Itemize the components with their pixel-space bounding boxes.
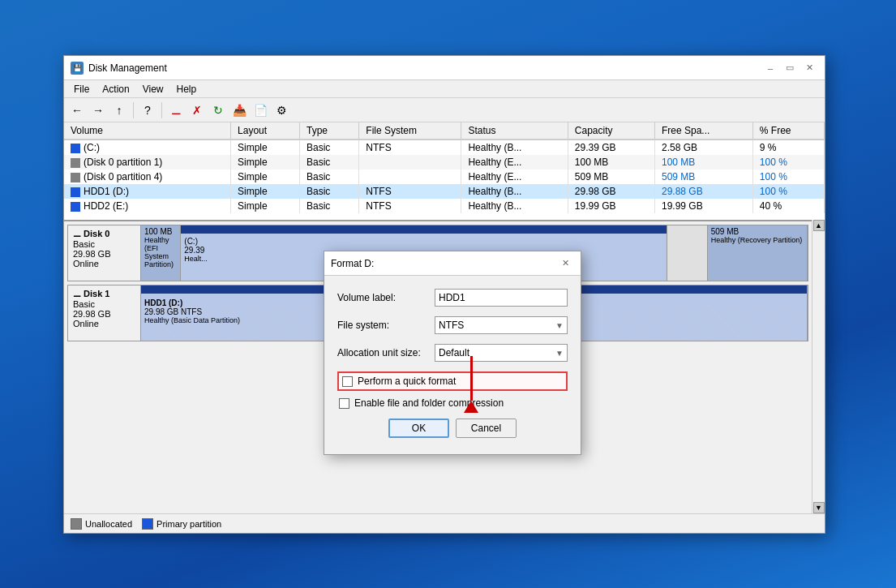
window-title: Disk Management xyxy=(88,62,761,74)
cell-filesystem xyxy=(359,170,461,184)
forward-button[interactable]: → xyxy=(88,101,108,120)
close-button[interactable]: ✕ xyxy=(800,59,818,77)
hdd1-size: 29.98 GB NTFS xyxy=(144,307,804,316)
cell-status: Healthy (B... xyxy=(461,199,568,213)
cell-capacity: 100 MB xyxy=(568,155,654,170)
scroll-up[interactable]: ▲ xyxy=(813,220,825,231)
col-status[interactable]: Status xyxy=(461,122,568,139)
cell-pctfree: 100 % xyxy=(752,184,824,199)
cell-filesystem: NTFS xyxy=(359,139,461,155)
cell-pctfree: 40 % xyxy=(752,199,824,213)
scroll-down[interactable]: ▼ xyxy=(813,502,825,513)
toolbar: ← → ↑ ? ⚊ ✗ ↻ 📥 📄 ⚙ xyxy=(64,98,825,122)
toolbar-separator-2 xyxy=(161,102,162,118)
cancel-button[interactable]: Cancel xyxy=(456,418,517,438)
disk-1-name: ⚊ Disk 1 xyxy=(73,289,135,299)
title-bar-buttons: – ▭ ✕ xyxy=(761,59,818,77)
col-type[interactable]: Type xyxy=(299,122,358,139)
col-filesystem[interactable]: File System xyxy=(359,122,461,139)
cell-free: 19.99 GB xyxy=(654,199,752,213)
legend-primary: Primary partition xyxy=(142,518,221,530)
col-free[interactable]: Free Spa... xyxy=(654,122,752,139)
allocation-select[interactable]: Default ▼ xyxy=(435,344,568,362)
col-capacity[interactable]: Capacity xyxy=(568,122,654,139)
disk-management-window: 💾 Disk Management – ▭ ✕ File Action View… xyxy=(63,55,825,534)
disk-1-info: ⚊ Disk 1 Basic 29.98 GB Online xyxy=(68,285,141,341)
efi-desc: Healthy (EFI System Partition) xyxy=(144,236,177,268)
allocation-label-text: Allocation unit size: xyxy=(337,347,435,358)
dialog-close-button[interactable]: ✕ xyxy=(556,255,574,273)
app-icon: 💾 xyxy=(71,62,84,75)
legend-unallocated: Unallocated xyxy=(71,518,132,530)
table-row[interactable]: (Disk 0 partition 4)SimpleBasicHealthy (… xyxy=(64,170,825,184)
table-row[interactable]: HDD1 (D:)SimpleBasicNTFSHealthy (B...29.… xyxy=(64,184,825,199)
title-bar: 💾 Disk Management – ▭ ✕ xyxy=(64,56,825,80)
export-button[interactable]: 📥 xyxy=(229,101,249,120)
hdd1-content: HDD1 (D:) 29.98 GB NTFS Healthy (Basic D… xyxy=(144,298,804,324)
disk-0-partition-recovery[interactable]: 509 MB Healthy (Recovery Partition) xyxy=(708,225,808,281)
cell-volume: (C:) xyxy=(64,139,231,155)
back-button[interactable]: ← xyxy=(67,101,87,120)
volume-icon xyxy=(71,202,80,212)
table-row[interactable]: HDD2 (E:)SimpleBasicNTFSHealthy (B...19.… xyxy=(64,199,825,213)
col-pctfree[interactable]: % Free xyxy=(752,122,824,139)
table-row[interactable]: (C:)SimpleBasicNTFSHealthy (B...29.39 GB… xyxy=(64,139,825,155)
menu-view[interactable]: View xyxy=(136,82,170,97)
menu-file[interactable]: File xyxy=(67,82,96,97)
cell-capacity: 29.39 GB xyxy=(568,139,654,155)
table-row[interactable]: (Disk 0 partition 1)SimpleBasicHealthy (… xyxy=(64,155,825,170)
delete-button[interactable]: ✗ xyxy=(187,101,207,120)
legend-unalloc-box xyxy=(71,518,82,530)
ok-button[interactable]: OK xyxy=(388,418,449,438)
col-volume[interactable]: Volume xyxy=(64,122,231,139)
dialog-buttons: OK Cancel xyxy=(337,418,568,441)
cell-pctfree: 100 % xyxy=(752,155,824,170)
cell-pctfree: 9 % xyxy=(752,139,824,155)
dialog-title: Format D: xyxy=(331,258,556,269)
refresh-button[interactable]: ↻ xyxy=(208,101,228,120)
compression-label: Enable file and folder compression xyxy=(354,397,504,409)
cell-capacity: 19.99 GB xyxy=(568,199,654,213)
scrollbar[interactable]: ▲ ▼ xyxy=(812,220,825,513)
cell-filesystem xyxy=(359,155,461,170)
toolbar-separator-1 xyxy=(133,102,134,118)
allocation-value: Default xyxy=(439,347,469,358)
help-toolbar-button[interactable]: ? xyxy=(138,101,157,120)
maximize-button[interactable]: ▭ xyxy=(781,59,799,77)
disk-0-partition-efi[interactable]: 100 MB Healthy (EFI System Partition) xyxy=(141,225,181,281)
legend-unalloc-label: Unallocated xyxy=(85,519,132,529)
cell-layout: Simple xyxy=(231,170,300,184)
connect-button[interactable]: ⚊ xyxy=(166,101,186,120)
col-layout[interactable]: Layout xyxy=(231,122,300,139)
cell-filesystem: NTFS xyxy=(359,199,461,213)
cell-filesystem: NTFS xyxy=(359,184,461,199)
legend-primary-box xyxy=(142,518,153,530)
cell-layout: Simple xyxy=(231,199,300,213)
cell-type: Basic xyxy=(299,139,358,155)
cell-pctfree: 100 % xyxy=(752,170,824,184)
menu-help[interactable]: Help xyxy=(170,82,204,97)
quick-format-row: Perform a quick format xyxy=(337,371,568,391)
volume-table-body: (C:)SimpleBasicNTFSHealthy (B...29.39 GB… xyxy=(64,139,825,213)
cell-free: 2.58 GB xyxy=(654,139,752,155)
dialog-title-bar: Format D: ✕ xyxy=(324,251,581,276)
properties-button[interactable]: 📄 xyxy=(251,101,270,120)
format-dialog: Format D: ✕ Volume label: File system: N… xyxy=(324,251,581,455)
table-header-row: Volume Layout Type File System Status Ca… xyxy=(64,122,825,139)
quick-format-checkbox[interactable] xyxy=(342,376,353,387)
cell-type: Basic xyxy=(299,199,358,213)
c-header-bar xyxy=(181,225,667,234)
efi-label: 100 MB xyxy=(144,227,177,236)
compression-checkbox[interactable] xyxy=(339,398,349,409)
cell-layout: Simple xyxy=(231,184,300,199)
menu-action[interactable]: Action xyxy=(96,82,135,97)
disk-0-partition-empty xyxy=(667,225,707,281)
cell-free: 29.88 GB xyxy=(654,184,752,199)
up-button[interactable]: ↑ xyxy=(109,101,129,120)
minimize-button[interactable]: – xyxy=(761,59,779,77)
hdd1-desc: Healthy (Basic Data Partition) xyxy=(144,316,804,324)
recovery-desc: Healthy (Recovery Partition) xyxy=(711,236,804,244)
compression-row: Enable file and folder compression xyxy=(339,397,568,409)
settings-button[interactable]: ⚙ xyxy=(272,101,291,120)
cell-free: 509 MB xyxy=(654,170,752,184)
